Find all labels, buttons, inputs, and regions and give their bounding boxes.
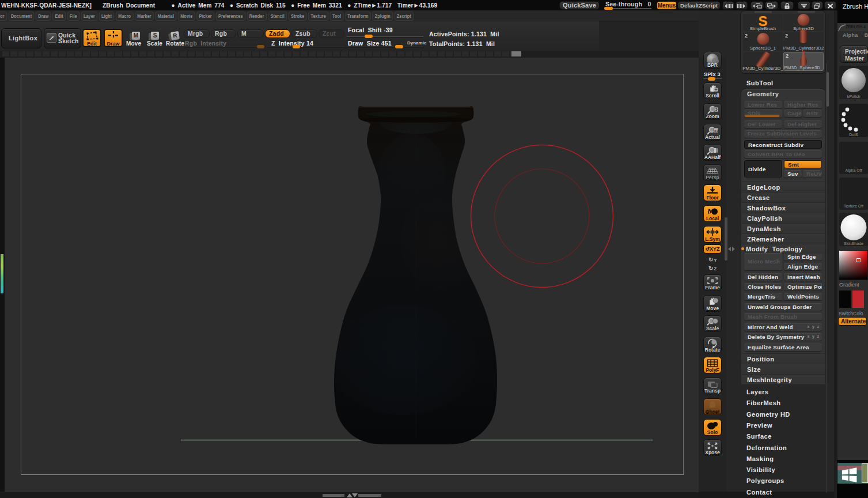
svg-text:ZBRUSH 4: ZBRUSH 4 <box>846 25 866 29</box>
svg-text:x1: x1 <box>714 129 718 133</box>
